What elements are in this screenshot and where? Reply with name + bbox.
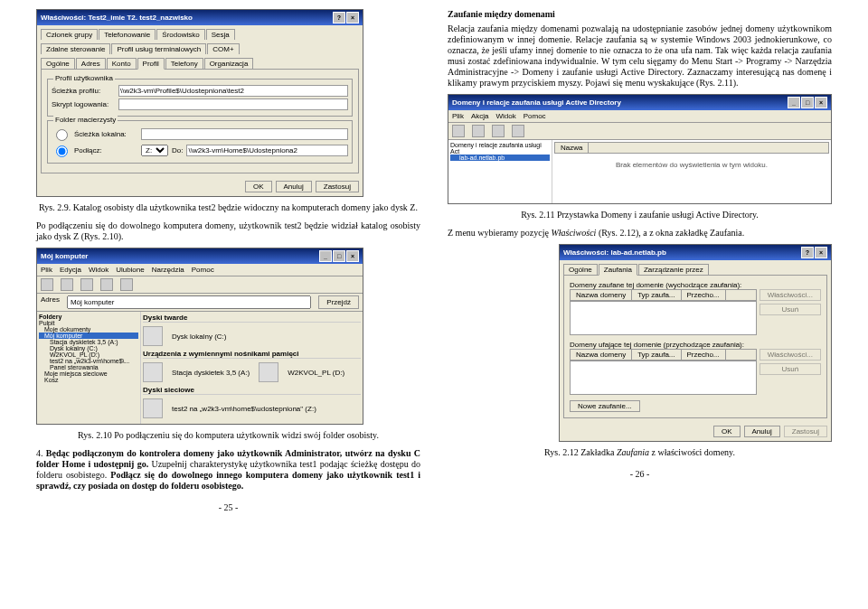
- connect-radio[interactable]: [56, 145, 68, 157]
- props-button[interactable]: Właściwości...: [760, 289, 821, 301]
- drive-c[interactable]: Dysk lokalny (C:): [172, 333, 226, 341]
- props-button[interactable]: Właściwości...: [760, 349, 821, 361]
- tab-session[interactable]: Sesja: [206, 29, 235, 40]
- tab-trusts[interactable]: Zaufania: [599, 264, 637, 276]
- col-trans[interactable]: Przecho...: [682, 350, 726, 360]
- local-radio[interactable]: [56, 129, 68, 141]
- tree-docs[interactable]: Moje dokumenty: [39, 326, 138, 333]
- tree-c[interactable]: Dysk lokalny (C:): [39, 345, 138, 351]
- tab-dialin[interactable]: Telefonowanie: [99, 29, 156, 40]
- tree-trash[interactable]: Kosz: [39, 377, 138, 383]
- drive-select[interactable]: Z:: [141, 145, 168, 156]
- apply-button[interactable]: Zastosuj: [784, 426, 827, 437]
- drive-d[interactable]: W2KVOL_PL (D:): [288, 369, 344, 377]
- tab-managed[interactable]: Zarządzanie przez: [638, 264, 709, 275]
- local-path-input[interactable]: [141, 128, 348, 140]
- addr-label: Adres: [41, 295, 60, 309]
- profile-group: Profil użytkownika: [53, 74, 115, 82]
- help-icon[interactable]: ?: [801, 247, 814, 258]
- tree-root[interactable]: Domeny i relacje zaufania usługi Act: [450, 142, 550, 155]
- remove-button[interactable]: Usuń: [760, 363, 821, 375]
- menu-fav[interactable]: Ulubione: [116, 266, 145, 274]
- fwd-icon[interactable]: [61, 278, 73, 291]
- go-button[interactable]: Przejdź: [318, 295, 359, 309]
- max-icon[interactable]: □: [333, 250, 345, 262]
- menu-edit[interactable]: Edycja: [60, 266, 81, 274]
- menu-file[interactable]: Plik: [452, 112, 464, 120]
- menu-help[interactable]: Pomoc: [524, 112, 546, 120]
- tab-remote[interactable]: Zdalne sterowanie: [41, 43, 110, 54]
- up-icon[interactable]: [80, 278, 93, 291]
- local-label: Ścieżka lokalna:: [74, 130, 137, 138]
- tree-z[interactable]: test2 na „w2k3-vm\home$\...: [39, 358, 138, 364]
- cancel-button[interactable]: Anuluj: [744, 426, 780, 437]
- tree-domain[interactable]: lab-ad.netlab.pb: [450, 155, 550, 161]
- ok-button[interactable]: OK: [245, 181, 272, 192]
- menu-view[interactable]: Widok: [495, 112, 515, 120]
- close-icon[interactable]: ×: [346, 250, 359, 262]
- connect-path-input[interactable]: [186, 145, 348, 156]
- menu-tools[interactable]: Narzędzia: [152, 266, 184, 274]
- tab-com[interactable]: COM+: [207, 43, 239, 54]
- menu-view[interactable]: Widok: [89, 266, 108, 274]
- tree-mycomp[interactable]: Mój komputer: [39, 333, 138, 339]
- cd-icon: [259, 362, 278, 382]
- menu-action[interactable]: Akcja: [471, 112, 489, 120]
- tree-net[interactable]: Moje miejsca sieciowe: [39, 370, 138, 377]
- drive-a[interactable]: Stacja dyskietek 3,5 (A:): [172, 369, 250, 377]
- folders-icon[interactable]: [120, 278, 133, 291]
- max-icon[interactable]: □: [801, 97, 814, 108]
- tree-desktop[interactable]: Pulpit: [39, 320, 138, 326]
- tree-d[interactable]: W2KVOL_PL (D:): [39, 351, 138, 358]
- menu-bar: Plik Edycja Widok Ulubione Narzędzia Pom…: [37, 264, 363, 276]
- ok-button[interactable]: OK: [713, 426, 741, 437]
- empty-msg: Brak elementów do wyświetlenia w tym wid…: [554, 154, 829, 176]
- tab-org[interactable]: Organizacja: [204, 58, 254, 69]
- profile-path-input[interactable]: [118, 85, 348, 97]
- properties-test2-window: Właściwości: Test2_imie T2. test2_nazwis…: [36, 9, 363, 197]
- tab-profile[interactable]: Profil: [137, 58, 165, 70]
- col-domain[interactable]: Nazwa domeny: [571, 350, 632, 360]
- tree-floppy[interactable]: Stacja dyskietek 3,5 (A:): [39, 339, 138, 345]
- drive-z[interactable]: test2 na „w2k3-vm\home$\udostepniona" (Z…: [172, 405, 316, 413]
- tab-member[interactable]: Członek grupy: [41, 29, 98, 40]
- cancel-button[interactable]: Anuluj: [276, 181, 312, 192]
- logon-script-input[interactable]: [118, 98, 348, 110]
- floppy-icon: [143, 362, 163, 382]
- tab-env[interactable]: Środowisko: [156, 29, 204, 40]
- back-icon[interactable]: [452, 125, 465, 137]
- tab-ts-profile[interactable]: Profil usług terminalowych: [111, 43, 206, 54]
- refresh-icon[interactable]: [492, 125, 505, 137]
- menu-help[interactable]: Pomoc: [192, 266, 214, 274]
- titlebar: Właściwości: lab-ad.netlab.pb ?×: [560, 245, 831, 260]
- tab-general[interactable]: Ogólne: [41, 58, 75, 69]
- close-icon[interactable]: ×: [815, 97, 827, 108]
- search-icon[interactable]: [100, 278, 113, 291]
- tab-account[interactable]: Konto: [107, 58, 137, 69]
- tab-address[interactable]: Adres: [76, 58, 106, 69]
- tree-cp[interactable]: Panel sterowania: [39, 364, 138, 370]
- new-trust-button[interactable]: Nowe zaufanie...: [570, 400, 640, 412]
- help-icon[interactable]: ?: [333, 12, 345, 23]
- props-icon[interactable]: [472, 125, 485, 137]
- rem-section: Urządzenia z wymiennymi nośnikami pamięc…: [143, 350, 361, 359]
- apply-button[interactable]: Zastosuj: [316, 181, 359, 192]
- col-trans[interactable]: Przecho...: [682, 290, 726, 300]
- para-connect: Po podłączeniu się do dowolnego komputer…: [36, 220, 420, 242]
- close-icon[interactable]: ×: [346, 12, 359, 23]
- min-icon[interactable]: _: [788, 97, 800, 108]
- tab-phones[interactable]: Telefony: [165, 58, 203, 69]
- remove-button[interactable]: Usuń: [760, 304, 821, 315]
- help-icon[interactable]: [512, 125, 524, 137]
- col-type[interactable]: Typ zaufa...: [632, 350, 681, 360]
- back-icon[interactable]: [41, 278, 53, 291]
- min-icon[interactable]: _: [319, 250, 332, 262]
- col-type[interactable]: Typ zaufa...: [632, 290, 681, 300]
- tab-general[interactable]: Ogólne: [563, 264, 598, 275]
- col-domain[interactable]: Nazwa domeny: [571, 290, 632, 300]
- menu-file[interactable]: Plik: [41, 266, 52, 274]
- close-icon[interactable]: ×: [815, 247, 827, 258]
- col-name[interactable]: Nazwa: [555, 143, 589, 153]
- address-input[interactable]: [67, 295, 311, 309]
- page-number: - 25 -: [36, 502, 420, 513]
